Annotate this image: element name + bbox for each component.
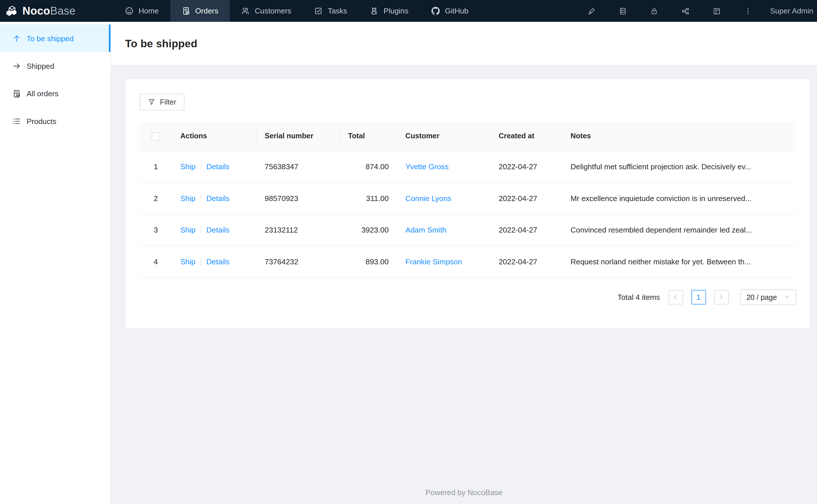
nav-item-plugins[interactable]: Plugins — [359, 0, 420, 22]
customer-link[interactable]: Yvette Gross — [405, 162, 449, 170]
table-row: 4ShipDetails73764232893.00Frankie Simpso… — [139, 246, 796, 277]
github-icon — [431, 7, 440, 15]
total-cell: 893.00 — [340, 246, 397, 277]
table-body: 1ShipDetails75638347874.00Yvette Gross20… — [139, 150, 796, 277]
pagination: Total 4 items 1 20 / page — [139, 289, 796, 305]
page-size-select[interactable]: 20 / page — [740, 289, 796, 305]
layout-icon — [713, 7, 721, 15]
details-link[interactable]: Details — [207, 162, 230, 170]
more-button[interactable] — [733, 0, 764, 22]
details-link[interactable]: Details — [207, 226, 230, 234]
nav-item-github[interactable]: GitHub — [420, 0, 480, 22]
row-index: 2 — [139, 182, 172, 214]
serial-number-cell: 75638347 — [256, 150, 340, 182]
details-link[interactable]: Details — [207, 194, 230, 202]
column-header-notes[interactable]: Notes — [562, 122, 773, 150]
chevron-down-icon — [784, 294, 790, 300]
highlighter-button[interactable] — [576, 0, 607, 22]
details-link[interactable]: Details — [207, 257, 230, 266]
list-icon — [13, 117, 21, 125]
sidebar-item-shipped[interactable]: Shipped — [0, 52, 110, 80]
created-at-cell: 2022-04-27 — [490, 246, 562, 277]
partition-icon — [682, 7, 690, 15]
filter-icon — [148, 99, 155, 106]
notes-cell: Delightful met sufficient projection ask… — [562, 150, 773, 182]
ship-link[interactable]: Ship — [180, 257, 195, 266]
arrow-up-icon — [13, 34, 21, 42]
table-header-row: ActionsSerial numberTotalCustomerCreated… — [139, 122, 796, 150]
nav-item-tasks[interactable]: Tasks — [303, 0, 359, 22]
database-button[interactable] — [607, 0, 639, 22]
notes-cell: Mr excellence inquietude conviction is i… — [562, 182, 773, 214]
footer: Powered by NocoBase — [111, 488, 817, 497]
page-header: To be shipped — [111, 22, 817, 65]
sidebar-item-label: Products — [27, 117, 56, 125]
lock-icon — [651, 7, 658, 15]
nav-item-home[interactable]: Home — [113, 0, 170, 22]
sidebar-item-label: To be shipped — [27, 34, 74, 42]
serial-number-cell: 73764232 — [256, 246, 340, 277]
extra-cell — [773, 150, 796, 182]
nav-item-orders[interactable]: Orders — [170, 0, 230, 22]
created-at-cell: 2022-04-27 — [490, 182, 562, 214]
ship-link[interactable]: Ship — [180, 226, 195, 234]
layout-button[interactable] — [701, 0, 733, 22]
sidebar-item-label: Shipped — [27, 62, 54, 70]
lock-button[interactable] — [639, 0, 670, 22]
tasks-icon — [314, 7, 323, 15]
pagination-total: Total 4 items — [618, 293, 660, 301]
prev-page-button[interactable] — [668, 290, 683, 304]
filter-button[interactable]: Filter — [139, 94, 184, 110]
customer-cell: Frankie Simpson — [397, 246, 490, 277]
sidebar-item-all-orders[interactable]: All orders — [0, 80, 110, 107]
actions-cell: ShipDetails — [172, 214, 256, 246]
customer-link[interactable]: Frankie Simpson — [405, 257, 462, 266]
extra-cell — [773, 182, 796, 214]
customer-link[interactable]: Adam Smith — [405, 226, 447, 234]
user-menu[interactable]: Super Admin — [770, 0, 813, 22]
select-all-checkbox[interactable] — [152, 132, 160, 140]
database-icon — [619, 7, 627, 15]
home-icon — [125, 7, 133, 15]
row-index: 4 — [139, 246, 172, 277]
logo[interactable]: NocoBase — [0, 0, 113, 22]
chevron-right-icon — [719, 294, 724, 300]
customer-link[interactable]: Connie Lyons — [405, 194, 451, 202]
sidebar-item-products[interactable]: Products — [0, 107, 110, 135]
next-page-button[interactable] — [714, 290, 729, 304]
nocobase-logo-icon — [5, 4, 19, 18]
nav-item-label: Tasks — [328, 7, 347, 15]
filter-label: Filter — [160, 98, 176, 106]
orders-icon — [182, 7, 190, 15]
page-1-button[interactable]: 1 — [691, 290, 706, 304]
sidebar-item-to-be-shipped[interactable]: To be shipped — [0, 24, 110, 52]
extra-cell — [773, 214, 796, 246]
actions-cell: ShipDetails — [172, 150, 256, 182]
column-header-serial-number[interactable]: Serial number — [256, 122, 340, 150]
column-header-created-at[interactable]: Created at — [490, 122, 562, 150]
customer-cell: Connie Lyons — [397, 182, 490, 214]
nav-item-customers[interactable]: Customers — [230, 0, 303, 22]
column-header-actions[interactable]: Actions — [172, 122, 256, 150]
total-cell: 874.00 — [340, 150, 397, 182]
table-row: 2ShipDetails98570923311.00Connie Lyons20… — [139, 182, 796, 214]
extra-cell — [773, 246, 796, 277]
customer-cell: Yvette Gross — [397, 150, 490, 182]
content: Filter ActionsSerial numberTotalCustomer… — [111, 65, 817, 504]
nav-item-label: Customers — [255, 7, 291, 15]
actions-cell: ShipDetails — [172, 246, 256, 277]
nav-item-label: Orders — [195, 7, 219, 15]
column-header-customer[interactable]: Customer — [397, 122, 490, 150]
ship-link[interactable]: Ship — [180, 194, 195, 202]
partition-button[interactable] — [670, 0, 701, 22]
row-index: 1 — [139, 150, 172, 182]
app: NocoBase HomeOrdersCustomersTasksPlugins… — [0, 0, 817, 504]
sidebar: To be shippedShippedAll ordersProducts — [0, 22, 111, 504]
ship-link[interactable]: Ship — [180, 162, 195, 170]
highlighter-icon — [588, 7, 596, 15]
nav-item-label: Home — [138, 7, 158, 15]
created-at-cell: 2022-04-27 — [490, 214, 562, 246]
column-header-total[interactable]: Total — [340, 122, 397, 150]
actions-cell: ShipDetails — [172, 182, 256, 214]
top-navbar: NocoBase HomeOrdersCustomersTasksPlugins… — [0, 0, 817, 22]
